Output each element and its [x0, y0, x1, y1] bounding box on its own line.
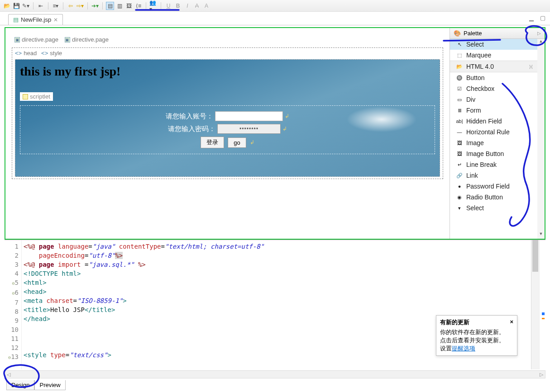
- radio-icon: ◉: [456, 194, 463, 200]
- palette-header[interactable]: 🎨 Palette ▷: [450, 28, 545, 39]
- underline-icon[interactable]: U: [164, 2, 172, 10]
- palette-item-horizontal-rule[interactable]: —Horizontal Rule: [450, 127, 537, 137]
- tab-design[interactable]: Design: [6, 380, 34, 390]
- password-input[interactable]: [217, 124, 281, 134]
- code-vscrollbar[interactable]: [531, 240, 539, 369]
- notif-close-icon[interactable]: ×: [510, 318, 513, 326]
- palette-item-button[interactable]: 🔘Button: [450, 72, 537, 83]
- palette-item-label: Select: [466, 204, 484, 212]
- palette-item-label: Image Button: [466, 150, 504, 157]
- wand-icon[interactable]: ✎▾: [22, 2, 30, 10]
- scriptlet-tag[interactable]: scriptlet: [20, 92, 53, 101]
- directive-page-tag[interactable]: ▣directive.page: [65, 36, 109, 43]
- code-mode-icon[interactable]: ⟨≡: [134, 2, 143, 10]
- palette-item-image[interactable]: 🖼Image: [450, 137, 537, 148]
- hid-icon: ab|: [456, 118, 463, 124]
- notif-line2: 点击后查看并安装更新。: [440, 336, 513, 345]
- open-icon[interactable]: 📂: [3, 2, 11, 10]
- code-hscrollbar[interactable]: ◁ ▷: [5, 370, 545, 378]
- palette-group-html40[interactable]: 📂HTML 4.0⟩⟨: [450, 61, 537, 72]
- line-gutter: 1234⊖5⊖6789101112⊖13: [5, 240, 22, 369]
- outdent-icon[interactable]: ⇤: [37, 2, 45, 10]
- newline-icon: ↲: [250, 139, 254, 146]
- strike-icon[interactable]: A: [193, 2, 201, 10]
- design-canvas: ▣directive.page ▣directive.page <>head <…: [5, 28, 450, 239]
- palette-item-select[interactable]: ↖Select: [450, 39, 537, 50]
- scriptlet-icon: [23, 94, 28, 99]
- tab-close-icon[interactable]: ✕: [53, 17, 58, 23]
- split-v-icon[interactable]: ▥: [115, 2, 124, 10]
- palette-item-label: Image: [466, 139, 484, 146]
- pwd-icon: ●: [456, 183, 463, 189]
- style-label: style: [50, 50, 62, 57]
- palette-item-label: Horizontal Rule: [466, 128, 510, 136]
- editor-window-controls: ▁ ▢: [529, 14, 545, 21]
- page-title: this is my first jsp!: [20, 64, 435, 79]
- directive-page-tag[interactable]: ▣directive.page: [14, 36, 58, 43]
- next-icon[interactable]: ➔▾: [91, 2, 99, 10]
- head-tag[interactable]: <>head: [15, 50, 37, 57]
- palette-group-label: HTML 4.0: [466, 63, 494, 70]
- scroll-thumb[interactable]: [532, 240, 538, 272]
- maximize-icon[interactable]: ▢: [540, 14, 545, 21]
- br-icon: ↵: [456, 161, 463, 168]
- minimize-icon[interactable]: ▁: [529, 14, 534, 21]
- palette-item-label: Radio Button: [466, 194, 503, 201]
- palette-item-div[interactable]: ▭Div: [450, 94, 537, 105]
- italic-icon[interactable]: I: [183, 2, 191, 10]
- palette-item-password-field[interactable]: ●Password Field: [450, 181, 537, 192]
- head-label: head: [24, 50, 37, 57]
- save-icon[interactable]: 💾: [12, 2, 20, 10]
- palette-item-label: Link: [466, 172, 478, 179]
- scroll-right-icon[interactable]: ▷: [540, 372, 543, 378]
- scroll-down-icon[interactable]: ▼: [539, 231, 543, 239]
- notif-title: 有新的更新: [440, 318, 469, 326]
- palette-item-hidden-field[interactable]: ab|Hidden Field: [450, 116, 537, 127]
- scroll-left-icon[interactable]: ◁: [7, 372, 10, 378]
- people-icon[interactable]: 👥▾: [149, 2, 158, 10]
- image-mode-icon[interactable]: 🖼: [125, 2, 133, 10]
- newline-icon: ↲: [285, 113, 289, 119]
- separator: [48, 2, 48, 9]
- palette-item-image-button[interactable]: 🖼Image Button: [450, 148, 537, 159]
- back-icon[interactable]: ⇦: [67, 2, 75, 10]
- split-h-icon[interactable]: ▤: [106, 2, 114, 10]
- palette-panel: 🎨 Palette ▷ ↖Select⬚Marquee📂HTML 4.0⟩⟨🔘B…: [450, 28, 545, 239]
- sel-icon: ▾: [456, 205, 463, 211]
- login-button[interactable]: 登录: [201, 137, 224, 148]
- fwd-icon[interactable]: ⇨▾: [76, 2, 84, 10]
- newline-icon: ↲: [282, 126, 287, 132]
- separator: [102, 2, 103, 9]
- align-icon[interactable]: ≡▾: [52, 2, 60, 10]
- scroll-up-icon[interactable]: ▲: [539, 39, 543, 46]
- notif-line3: 设置提醒选项: [440, 345, 513, 353]
- bottom-tabs: Design Preview: [6, 380, 66, 390]
- palette-item-radio-button[interactable]: ◉Radio Button: [450, 192, 537, 203]
- img-icon: 🖼: [456, 140, 463, 146]
- font-color-icon[interactable]: A: [202, 2, 210, 10]
- account-input[interactable]: [215, 111, 283, 121]
- tab-preview[interactable]: Preview: [34, 380, 65, 390]
- palette-item-form[interactable]: ≣Form: [450, 105, 537, 116]
- password-row: 请您输入密码： ↲: [168, 124, 287, 134]
- tab-newfile-jsp[interactable]: ▤ NewFile.jsp ✕: [8, 14, 63, 25]
- cursor-icon: ↖: [456, 41, 463, 47]
- palette-item-line-break[interactable]: ↵Line Break: [450, 159, 537, 170]
- style-tag[interactable]: <>style: [41, 50, 62, 57]
- palette-item-link[interactable]: 🔗Link: [450, 170, 537, 181]
- scriptlet-label: scriptlet: [30, 93, 50, 100]
- palette-item-checkbox[interactable]: ☑Checkbox: [450, 83, 537, 94]
- notif-link[interactable]: 提醒选项: [452, 345, 475, 352]
- body-preview: this is my first jsp! scriptlet 请您输入账号： …: [15, 59, 440, 177]
- btn-icon: 🔘: [456, 75, 463, 81]
- chevron-right-icon[interactable]: ▷: [537, 31, 541, 36]
- go-button[interactable]: go: [228, 137, 246, 148]
- bold-icon[interactable]: B: [174, 2, 182, 10]
- palette-scrollbar[interactable]: ▲ ▼: [537, 39, 545, 239]
- palette-item-label: Checkbox: [466, 85, 494, 92]
- palette-item-label: Line Break: [466, 161, 497, 168]
- top-toolbar: 📂 💾 ✎▾ ⇤ ≡▾ ⇦ ⇨▾ ➔▾ ▤ ▥ 🖼 ⟨≡ 👥▾ U B I A …: [0, 0, 550, 12]
- palette-item-marquee[interactable]: ⬚Marquee: [450, 50, 537, 61]
- palette-item-label: Div: [466, 96, 475, 103]
- palette-item-select[interactable]: ▾Select: [450, 203, 537, 213]
